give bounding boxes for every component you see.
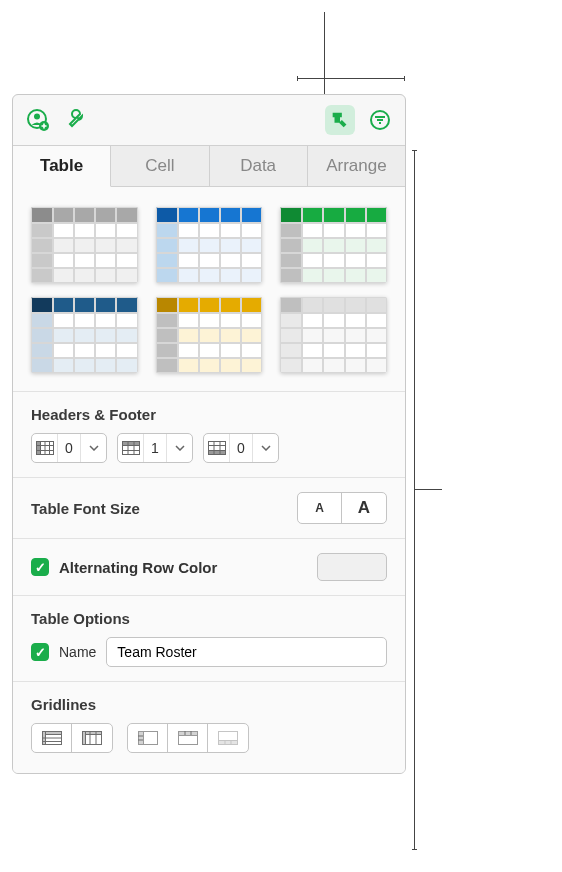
font-size-section: Table Font Size A A — [13, 477, 405, 538]
callout-tick — [404, 76, 405, 81]
header-rows-icon — [118, 434, 144, 462]
font-size-decrease-button[interactable]: A — [298, 493, 342, 523]
table-name-checkbox[interactable] — [31, 643, 49, 661]
headers-footer-title: Headers & Footer — [31, 406, 387, 423]
svg-point-1 — [34, 114, 40, 120]
sort-filter-button[interactable] — [365, 105, 395, 135]
headers-footer-section: Headers & Footer 0 — [13, 391, 405, 477]
table-style-thumb[interactable] — [31, 297, 138, 373]
table-options-title: Table Options — [31, 610, 387, 627]
tab-table[interactable]: Table — [13, 146, 111, 187]
callout-tick — [297, 76, 298, 81]
header-rows-stepper[interactable]: 1 — [117, 433, 193, 463]
footer-rows-stepper[interactable]: 0 — [203, 433, 279, 463]
table-style-thumb[interactable] — [31, 207, 138, 283]
callout-right-stub — [414, 489, 442, 490]
font-size-increase-button[interactable]: A — [342, 493, 386, 523]
header-columns-value: 0 — [58, 440, 80, 456]
font-size-segmented: A A — [297, 492, 387, 524]
header-columns-icon — [32, 434, 58, 462]
tools-button[interactable] — [63, 105, 93, 135]
callout-tick — [412, 150, 417, 151]
chevron-down-icon[interactable] — [80, 434, 106, 462]
svg-rect-5 — [36, 442, 40, 455]
tab-arrange[interactable]: Arrange — [308, 146, 405, 186]
inspector-tabs: Table Cell Data Arrange — [13, 145, 405, 187]
gridlines-header-row-button[interactable] — [168, 724, 208, 752]
table-name-field[interactable] — [106, 637, 387, 667]
header-columns-stepper[interactable]: 0 — [31, 433, 107, 463]
table-style-thumb[interactable] — [280, 297, 387, 373]
gridlines-body-group — [31, 723, 113, 753]
gridlines-title: Gridlines — [31, 696, 387, 713]
gridlines-section: Gridlines — [13, 681, 405, 773]
table-style-thumb[interactable] — [280, 207, 387, 283]
footer-rows-value: 0 — [230, 440, 252, 456]
chevron-down-icon[interactable] — [166, 434, 192, 462]
svg-rect-19 — [178, 732, 197, 736]
inspector-toolbar — [13, 95, 405, 145]
table-name-label: Name — [59, 644, 96, 660]
footer-rows-icon — [204, 434, 230, 462]
callout-line — [324, 12, 325, 96]
svg-rect-15 — [83, 732, 86, 745]
header-rows-value: 1 — [144, 440, 166, 456]
gridlines-body-vertical-button[interactable] — [72, 724, 112, 752]
tab-data[interactable]: Data — [210, 146, 308, 186]
chevron-down-icon[interactable] — [252, 434, 278, 462]
svg-rect-21 — [219, 741, 238, 745]
svg-rect-17 — [138, 732, 143, 745]
table-styles-grid — [13, 187, 405, 391]
alt-row-checkbox[interactable] — [31, 558, 49, 576]
font-size-title: Table Font Size — [31, 500, 287, 517]
callout-bracket — [297, 78, 405, 79]
format-inspector-panel: Table Cell Data Arrange Headers & Footer… — [12, 94, 406, 774]
gridlines-body-horizontal-button[interactable] — [32, 724, 72, 752]
alt-row-color-swatch[interactable] — [317, 553, 387, 581]
callout-tick — [412, 849, 417, 850]
table-style-thumb[interactable] — [156, 207, 263, 283]
alt-row-section: Alternating Row Color — [13, 538, 405, 595]
format-button[interactable] — [325, 105, 355, 135]
table-options-section: Table Options Name — [13, 595, 405, 681]
alt-row-label: Alternating Row Color — [59, 559, 307, 576]
svg-rect-9 — [208, 451, 225, 455]
gridlines-header-group — [127, 723, 249, 753]
tab-cell[interactable]: Cell — [111, 146, 209, 186]
svg-rect-7 — [122, 442, 139, 446]
gridlines-footer-button[interactable] — [208, 724, 248, 752]
callout-line-right — [414, 150, 415, 850]
collaborate-button[interactable] — [23, 105, 53, 135]
table-style-thumb[interactable] — [156, 297, 263, 373]
gridlines-header-col-button[interactable] — [128, 724, 168, 752]
